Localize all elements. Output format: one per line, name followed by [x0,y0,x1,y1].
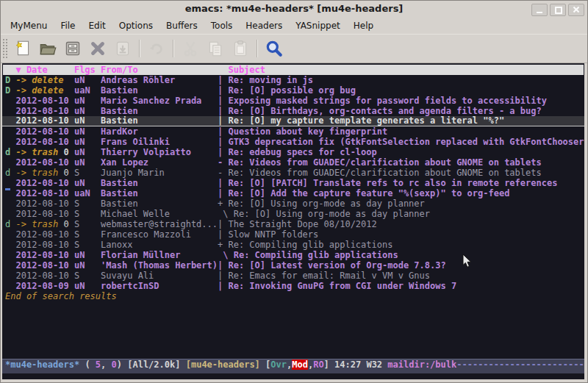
copy-button[interactable] [203,37,228,60]
modeline-buffer-id: [mu4e-headers] [186,359,265,370]
modeline-dashes: ---------------------------------------- [456,359,584,370]
toolbar-separator [173,40,174,57]
modeline-plain: [All/2.0k] [127,359,185,370]
message-row[interactable]: 2012-08-10 S Suvayu Ali | Re: Emacs for … [2,271,584,281]
modeline-plain: ) [117,359,127,370]
menu-item-buffers[interactable]: Buffers [159,19,204,32]
close-x-icon [88,39,107,58]
message-row[interactable]: 2012-08-10 uN Florian Müllner \ Re: Comp… [2,250,584,260]
message-row[interactable]: 2012-08-10 S Francesco Mazzoli | Slow NN… [2,229,584,240]
headers-column-header[interactable]: ▼ Date Flgs From/To Subject [3,65,584,75]
menu-item-options[interactable]: Options [112,19,159,32]
mu4e-headers-buffer: ▼ Date Flgs From/To Subject D -> delete … [2,63,584,379]
copy-icon [206,39,225,58]
cut-button[interactable] [178,37,203,60]
message-row[interactable]: 2012-08-10 uaN Bastien | Re: [O] Add the… [2,188,584,198]
message-row[interactable]: 2012-08-10 uN HardKor | Question about k… [2,126,584,137]
save-icon [63,39,82,58]
modeline-plain: 14:27 W32 [334,359,387,370]
menu-item-edit[interactable]: Edit [82,19,112,32]
message-row[interactable]: 2012-08-10 uN Frans Oilinki | GTK3 depre… [2,137,584,147]
toolbar-separator [257,40,258,57]
message-list: D -> delete uN Andreas Röhler | Re: movi… [2,75,584,359]
window-title: emacs: *mu4e-headers* [mu4e-headers] [1,3,587,14]
modeline-num: 5 [96,359,101,370]
modeline-num: 0 [112,359,117,370]
new-file-icon [13,39,32,58]
text-cursor [5,188,10,190]
message-row[interactable]: 2012-08-10 uN Bastien | Re: [O] Birthday… [2,106,584,116]
message-row[interactable]: D -> delete uaN Bastien | Re: [O] possib… [2,85,584,96]
modeline-ovr: Ovr [270,359,287,370]
open-folder-icon [38,39,57,58]
message-row[interactable]: 2012-08-10 uN 'Mash (Thomas Herbert)| Re… [2,260,584,271]
modeline-ro: RO [313,359,323,370]
message-row[interactable]: 2012-08-10 S Lanoxx + Re: Compiling glib… [2,240,584,250]
modeline-buffer-name: *mu4e-headers* [5,359,79,370]
toolbar-separator [139,40,140,57]
mode-line[interactable]: *mu4e-headers* ( 5, 0) [All/2.0k] [mu4e-… [2,359,584,373]
close-buffer-button[interactable] [85,37,110,60]
menu-item-mymenu[interactable]: MyMenu [4,19,54,32]
cut-scissors-icon [181,39,200,58]
modeline-plain: , [101,359,111,370]
undo-button[interactable] [144,37,169,60]
save-button[interactable] [60,37,85,60]
message-row[interactable]: 2012-08-10 uN Mario Sanchez Prada | Expo… [2,96,584,106]
menu-bar: MyMenuFileEditOptionsBuffersToolsHeaders… [1,18,587,34]
message-row[interactable]: 2012-08-10 uN Xan Lopez - Re: Videos fro… [2,157,584,168]
maximize-button[interactable] [550,4,566,16]
emacs-window: emacs: *mu4e-headers* [mu4e-headers] MyM… [0,0,588,383]
modeline-plain: ] [324,359,334,370]
close-button[interactable] [568,4,584,16]
message-row[interactable]: 2012-08-10 uN Bastien | Re: [O] my captu… [2,116,584,126]
menu-item-headers[interactable]: Headers [239,19,289,32]
menu-item-file[interactable]: File [54,19,82,32]
paste-clipboard-icon [231,39,250,58]
echo-area[interactable] [2,373,584,379]
message-row[interactable]: d -> trash 0 S webmaster@straightd...| T… [2,219,584,229]
message-row[interactable]: d -> trash 0 S Juanjo Marin - Re: Videos… [2,168,584,178]
open-folder-button[interactable] [35,37,60,60]
menu-item-help[interactable]: Help [347,19,380,32]
toolbar-grip-handle[interactable] [2,38,7,59]
modeline-folder: maildir:/bulk [387,359,456,370]
search-button[interactable] [262,37,287,60]
message-row[interactable]: 2012-08-09 uN robertcInSD | Re: Invoking… [2,281,584,291]
modeline-plain: ( [79,359,96,370]
undo-icon [147,39,166,58]
tool-bar [1,34,587,63]
frame-border: ▼ Date Flgs From/To Subject D -> delete … [1,63,587,382]
paste-button[interactable] [228,37,253,60]
menu-item-tools[interactable]: Tools [204,19,240,32]
modeline-mod: Mod [292,359,308,370]
title-bar[interactable]: emacs: *mu4e-headers* [mu4e-headers] [1,1,587,18]
search-icon [265,39,284,58]
new-file-button[interactable] [10,37,35,60]
save-as-button[interactable] [110,37,135,60]
message-row[interactable]: d -> trash 0 uN Thierry Volpiatto | Re: … [2,147,584,157]
message-row[interactable]: 2012-08-10 uN Bastien | Re: [O] [PATCH] … [2,178,584,188]
menu-item-yasnippet[interactable]: YASnippet [289,19,347,32]
save-as-icon [113,39,132,58]
message-row[interactable]: D -> delete uN Andreas Röhler | Re: movi… [2,75,584,85]
minimize-icon [537,12,542,13]
message-row[interactable]: 2012-08-10 S Bastien + Re: [O] Using org… [2,198,584,209]
minimize-button[interactable] [531,4,548,16]
maximize-icon [555,7,562,14]
end-of-search-results: End of search results [2,291,584,301]
message-row[interactable]: 2012-08-10 S Michael Welle \ Re: [O] Usi… [2,209,584,219]
